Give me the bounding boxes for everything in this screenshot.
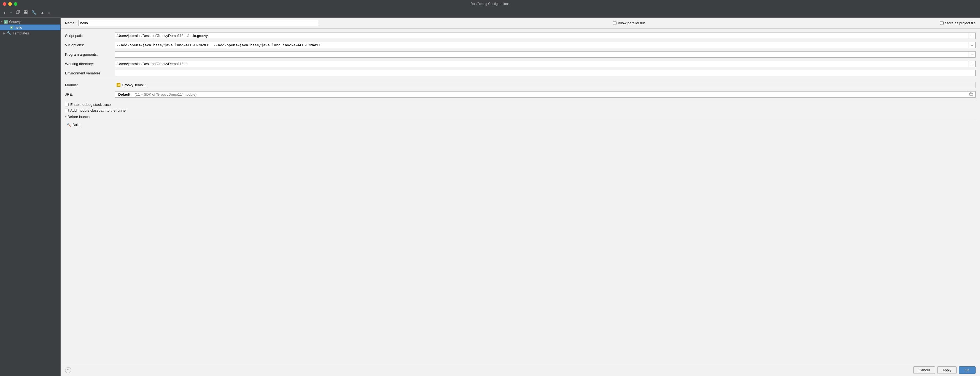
bottom-bar: ? Cancel Apply OK xyxy=(60,364,980,376)
section-divider-1 xyxy=(65,79,975,79)
vm-options-input[interactable] xyxy=(115,42,968,48)
vm-options-row: VM options: + xyxy=(65,41,975,48)
script-path-row: Script path: + xyxy=(65,32,975,39)
script-path-label: Script path: xyxy=(65,33,115,38)
sidebar-templates-label: Templates xyxy=(13,31,29,35)
wrench-icon: 🔧 xyxy=(7,31,11,35)
name-input[interactable] xyxy=(78,20,318,26)
program-args-field: + xyxy=(115,51,975,57)
allow-parallel-label[interactable]: Allow parallel run xyxy=(618,21,645,25)
window-title: Run/Debug Configurations xyxy=(471,2,509,6)
enable-debug-row: Enable debug stack trace xyxy=(65,102,975,107)
program-args-input[interactable] xyxy=(115,51,968,57)
svg-rect-1 xyxy=(17,11,19,13)
before-launch-build-item[interactable]: 🔨 Build xyxy=(65,122,975,127)
build-icon: 🔨 xyxy=(67,123,71,127)
env-vars-row: Environment variables: xyxy=(65,70,975,76)
program-args-label: Program arguments: xyxy=(65,53,115,56)
working-dir-label: Working directory: xyxy=(65,62,115,66)
remove-button[interactable]: − xyxy=(8,10,13,16)
jre-field: Default (11 – SDK of 'GroovyDemo11' modu… xyxy=(115,91,975,97)
env-vars-input[interactable] xyxy=(115,70,975,76)
sidebar-groovy-label: Groovy xyxy=(9,19,21,24)
before-launch-section: ▾ Before launch 🔨 Build xyxy=(65,115,975,127)
program-args-row: Program arguments: + xyxy=(65,51,975,58)
vm-options-field: + xyxy=(115,42,975,48)
chevron-right-icon: ▶ xyxy=(3,32,5,35)
config-icon: ● xyxy=(10,26,13,29)
working-dir-row: Working directory: + xyxy=(65,60,975,67)
script-path-expand-button[interactable]: + xyxy=(968,33,975,38)
enable-debug-checkbox[interactable] xyxy=(65,103,68,107)
add-button[interactable]: + xyxy=(2,10,7,16)
window-controls[interactable] xyxy=(3,2,18,6)
allow-parallel-group: Allow parallel run xyxy=(613,21,645,25)
maximize-button[interactable] xyxy=(14,2,18,6)
working-dir-expand-button[interactable]: + xyxy=(968,61,975,67)
main-container: + − 🔧 ▲ » ▾ G Groovy ● xyxy=(0,8,980,376)
env-vars-label: Environment variables: xyxy=(65,71,115,75)
groovy-icon: G xyxy=(4,20,8,24)
chevron-down-icon: ▾ xyxy=(1,20,3,23)
form-area: Script path: + VM options: + Program arg… xyxy=(60,29,980,364)
close-button[interactable] xyxy=(3,2,6,6)
name-label: Name: xyxy=(65,21,75,25)
up-button[interactable]: ▲ xyxy=(40,10,46,16)
svg-rect-3 xyxy=(24,11,26,11)
jre-display-text: Default (11 – SDK of 'GroovyDemo11' modu… xyxy=(115,91,967,97)
sidebar: ▾ G Groovy ● hello ▶ 🔧 Templates xyxy=(0,18,60,376)
before-launch-label: Before launch xyxy=(67,115,89,119)
ok-button[interactable]: OK xyxy=(959,366,975,374)
toolbar: + − 🔧 ▲ » xyxy=(0,8,980,18)
add-module-classpath-label[interactable]: Add module classpath to the runner xyxy=(70,108,127,113)
chevron-down-before-icon: ▾ xyxy=(65,115,67,118)
content-area: ▾ G Groovy ● hello ▶ 🔧 Templates Name: A… xyxy=(0,18,980,376)
title-bar: Run/Debug Configurations xyxy=(0,0,980,8)
working-dir-field: + xyxy=(115,61,975,67)
script-path-input[interactable] xyxy=(115,33,968,38)
working-dir-input[interactable] xyxy=(115,61,968,67)
svg-rect-4 xyxy=(24,12,27,13)
jre-browse-button[interactable] xyxy=(967,92,975,97)
program-args-expand-button[interactable]: + xyxy=(968,51,975,57)
module-value: GroovyDemo11 xyxy=(122,83,147,87)
copy-button[interactable] xyxy=(15,10,21,16)
minimize-button[interactable] xyxy=(8,2,12,6)
jre-row: JRE: Default (11 – SDK of 'GroovyDemo11'… xyxy=(65,91,975,98)
module-label: Module: xyxy=(65,83,115,87)
add-module-classpath-checkbox[interactable] xyxy=(65,108,68,112)
action-buttons: Cancel Apply OK xyxy=(913,366,975,374)
module-icon: 📁 xyxy=(116,83,121,87)
cancel-button[interactable]: Cancel xyxy=(913,366,935,374)
svg-rect-5 xyxy=(969,93,973,96)
before-launch-header: ▾ Before launch xyxy=(65,115,975,120)
save-button[interactable] xyxy=(22,10,29,16)
module-row: Module: 📁 GroovyDemo11 xyxy=(65,81,975,89)
add-module-classpath-row: Add module classpath to the runner xyxy=(65,108,975,113)
top-bar: Name: Allow parallel run Store as projec… xyxy=(60,18,980,29)
jre-detail: (11 – SDK of 'GroovyDemo11' module) xyxy=(133,91,199,97)
sidebar-item-groovy[interactable]: ▾ G Groovy xyxy=(0,19,60,24)
module-display[interactable]: 📁 GroovyDemo11 xyxy=(115,82,975,88)
store-as-project-group: Store as project file xyxy=(940,21,975,25)
wrench-button[interactable]: 🔧 xyxy=(30,10,38,16)
store-as-project-checkbox[interactable] xyxy=(940,21,943,25)
help-button[interactable]: ? xyxy=(65,367,71,373)
sidebar-item-templates[interactable]: ▶ 🔧 Templates xyxy=(0,30,60,36)
right-panel: Name: Allow parallel run Store as projec… xyxy=(60,18,980,376)
toolbar-separator: » xyxy=(48,10,50,15)
script-path-field: + xyxy=(115,32,975,39)
build-label: Build xyxy=(73,123,81,127)
store-as-project-label[interactable]: Store as project file xyxy=(945,21,975,25)
vm-options-label: VM options: xyxy=(65,43,115,47)
enable-debug-label[interactable]: Enable debug stack trace xyxy=(70,102,111,107)
sidebar-item-hello[interactable]: ● hello xyxy=(0,24,60,30)
sidebar-hello-label: hello xyxy=(14,25,22,30)
vm-options-expand-button[interactable]: + xyxy=(968,42,975,48)
apply-button[interactable]: Apply xyxy=(937,366,957,374)
section-divider-2 xyxy=(65,100,975,100)
svg-rect-0 xyxy=(16,11,19,13)
jre-label: JRE: xyxy=(65,92,115,97)
allow-parallel-checkbox[interactable] xyxy=(613,21,617,25)
jre-value: Default xyxy=(116,91,132,97)
